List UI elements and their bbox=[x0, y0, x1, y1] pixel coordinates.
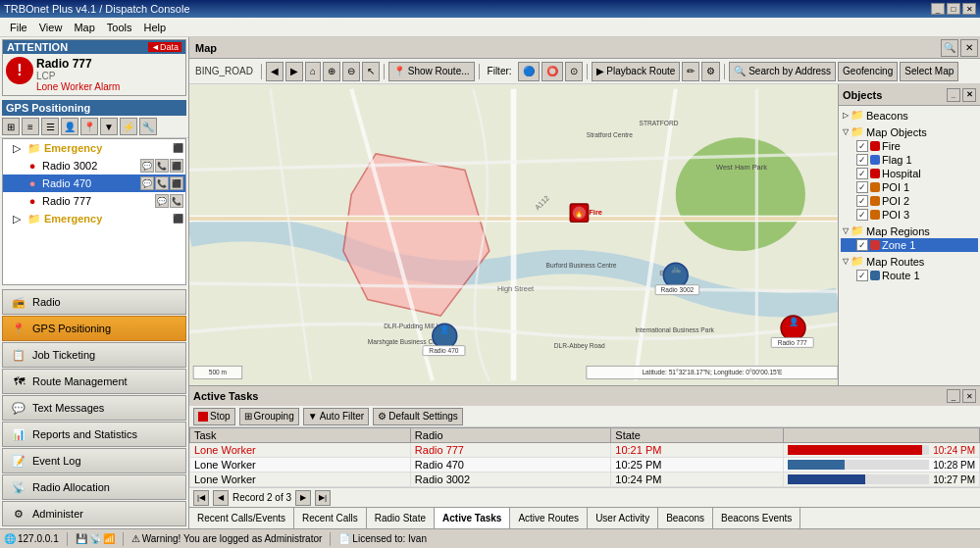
nav-alloc[interactable]: 📡 Radio Allocation bbox=[2, 474, 186, 500]
tasks-default-btn[interactable]: ⚙ Default Settings bbox=[373, 408, 463, 425]
nav-admin[interactable]: ⚙ Administer bbox=[2, 501, 186, 526]
radio-470-action-3[interactable]: ⬛ bbox=[170, 176, 183, 190]
menu-view[interactable]: View bbox=[33, 22, 69, 33]
obj-group-beacons-header[interactable]: ▷ 📁 Beacons bbox=[841, 108, 978, 123]
tab-active-tasks[interactable]: Active Tasks bbox=[435, 508, 510, 528]
obj-item-zone1[interactable]: ✓ Zone 1 bbox=[841, 238, 978, 252]
obj-item-hospital[interactable]: ✓ Hospital bbox=[841, 167, 978, 180]
tree-item-radio777[interactable]: ● Radio 777 💬 📞 bbox=[3, 192, 185, 210]
task-row-0[interactable]: Lone Worker Radio 777 10:21 PM 10:24 PM bbox=[190, 443, 980, 458]
obj-group-map-regions-header[interactable]: ▽ 📁 Map Regions bbox=[841, 224, 978, 238]
gps-tb-btn-filter[interactable]: 🔧 bbox=[139, 118, 157, 135]
radio-777-action-1[interactable]: 💬 bbox=[155, 194, 169, 208]
tab-active-routes[interactable]: Active Routes bbox=[510, 508, 588, 528]
menu-help[interactable]: Help bbox=[137, 22, 172, 33]
tree-item-expand[interactable]: ▷ 📁 Emergency ⬛ bbox=[3, 139, 185, 157]
radio-470-action-2[interactable]: 📞 bbox=[155, 176, 169, 190]
map-tb-filter-1[interactable]: 🔵 bbox=[518, 62, 540, 81]
tab-beacons[interactable]: Beacons bbox=[658, 508, 713, 528]
rec-last-btn[interactable]: ▶| bbox=[315, 490, 331, 506]
tab-beacons-events[interactable]: Beacons Events bbox=[713, 508, 800, 528]
flag1-check[interactable]: ✓ bbox=[856, 154, 868, 166]
obj-item-route1[interactable]: ✓ Route 1 bbox=[841, 269, 978, 282]
rec-prev-btn[interactable]: ◀ bbox=[213, 490, 229, 506]
close-button[interactable]: ✕ bbox=[962, 3, 976, 15]
radio-470-action-1[interactable]: 💬 bbox=[140, 176, 154, 190]
obj-item-flag1[interactable]: ✓ Flag 1 bbox=[841, 153, 978, 167]
map-tb-edit[interactable]: ✏ bbox=[682, 62, 699, 81]
map-tb-zoomfit[interactable]: ⊕ bbox=[323, 62, 340, 81]
map-tb-search[interactable]: 🔍 Search by Address bbox=[729, 62, 836, 81]
gps-tb-btn-2[interactable]: ≡ bbox=[22, 118, 39, 135]
tab-recent-calls[interactable]: Recent Calls bbox=[294, 508, 367, 528]
map-tb-select-map[interactable]: Select Map bbox=[900, 62, 958, 81]
radio-3002-action-3[interactable]: ⬛ bbox=[170, 159, 183, 173]
tasks-grouping-btn[interactable]: ⊞ Grouping bbox=[239, 408, 299, 425]
obj-item-fire[interactable]: ✓ Fire bbox=[841, 139, 978, 153]
menu-file[interactable]: File bbox=[4, 22, 33, 33]
map-tb-filter-3[interactable]: ⊙ bbox=[565, 62, 583, 81]
group-action[interactable]: ⬛ bbox=[173, 143, 183, 153]
obj-item-poi2[interactable]: ✓ POI 2 bbox=[841, 194, 978, 208]
poi3-check[interactable]: ✓ bbox=[856, 209, 868, 221]
rec-next-btn[interactable]: ▶ bbox=[295, 490, 311, 506]
tree-item-emergency2[interactable]: ▷ 📁 Emergency ⬛ bbox=[3, 210, 185, 227]
hospital-check[interactable]: ✓ bbox=[856, 168, 868, 179]
restore-button[interactable]: □ bbox=[947, 3, 960, 15]
nav-radio[interactable]: 📻 Radio bbox=[2, 289, 186, 315]
menu-map[interactable]: Map bbox=[68, 22, 100, 33]
map-tb-zoomout[interactable]: ⊖ bbox=[342, 62, 360, 81]
tasks-stop-btn[interactable]: Stop bbox=[193, 408, 235, 425]
radio-777-action-2[interactable]: 📞 bbox=[170, 194, 183, 208]
data-button[interactable]: ◄Data bbox=[148, 42, 181, 52]
fire-check[interactable]: ✓ bbox=[856, 140, 868, 152]
tasks-autofilter-btn[interactable]: ▼ Auto Filter bbox=[303, 408, 369, 425]
map-tb-cursor[interactable]: ↖ bbox=[362, 62, 380, 81]
radio-3002-action-2[interactable]: 📞 bbox=[155, 159, 169, 173]
poi1-check[interactable]: ✓ bbox=[856, 181, 868, 193]
nav-route[interactable]: 🗺 Route Management bbox=[2, 369, 186, 394]
gps-tb-btn-6[interactable]: ▼ bbox=[100, 118, 118, 135]
tab-radio-state[interactable]: Radio State bbox=[367, 508, 435, 528]
tree-item-radio470[interactable]: ● Radio 470 💬 📞 ⬛ bbox=[3, 174, 185, 192]
map-header-btn-1[interactable]: 🔍 bbox=[941, 39, 958, 57]
nav-job[interactable]: 📋 Job Ticketing bbox=[2, 342, 186, 368]
gps-tb-btn-4[interactable]: 👤 bbox=[61, 118, 78, 135]
gps-tb-btn-7[interactable]: ⚡ bbox=[120, 118, 137, 135]
obj-item-poi3[interactable]: ✓ POI 3 bbox=[841, 208, 978, 222]
obj-item-poi1[interactable]: ✓ POI 1 bbox=[841, 180, 978, 194]
zone1-check[interactable]: ✓ bbox=[856, 239, 868, 251]
map-tb-settings[interactable]: ⚙ bbox=[701, 62, 720, 81]
rec-first-btn[interactable]: |◀ bbox=[193, 490, 209, 506]
nav-gps[interactable]: 📍 GPS Positioning bbox=[2, 316, 186, 341]
task-row-1[interactable]: Lone Worker Radio 470 10:25 PM 10:28 PM bbox=[190, 458, 980, 473]
map-tb-filter-2[interactable]: ⭕ bbox=[542, 62, 563, 81]
map-tb-home[interactable]: ⌂ bbox=[305, 62, 321, 81]
group-action-2[interactable]: ⬛ bbox=[173, 214, 183, 224]
menu-tools[interactable]: Tools bbox=[101, 22, 138, 33]
tasks-minimize-btn[interactable]: _ bbox=[947, 389, 960, 403]
map-content[interactable]: A112 High Street B165 Stratford Centre S… bbox=[189, 84, 838, 385]
minimize-button[interactable]: _ bbox=[931, 3, 945, 15]
gps-tb-btn-3[interactable]: ☰ bbox=[41, 118, 59, 135]
gps-tb-btn-5[interactable]: 📍 bbox=[80, 118, 98, 135]
map-header-btn-2[interactable]: ✕ bbox=[960, 39, 978, 57]
tab-user-activity[interactable]: User Activity bbox=[588, 508, 658, 528]
tab-recent-calls-events[interactable]: Recent Calls/Events bbox=[189, 508, 294, 528]
map-tb-back[interactable]: ◀ bbox=[266, 62, 284, 81]
task-row-2[interactable]: Lone Worker Radio 3002 10:24 PM 10:27 PM bbox=[190, 473, 980, 487]
poi2-check[interactable]: ✓ bbox=[856, 195, 868, 207]
gps-tb-btn-1[interactable]: ⊞ bbox=[2, 118, 20, 135]
tree-item-radio3002[interactable]: ● Radio 3002 💬 📞 ⬛ bbox=[3, 157, 185, 174]
map-tb-geofencing[interactable]: Geofencing bbox=[838, 62, 898, 81]
nav-text[interactable]: 💬 Text Messages bbox=[2, 395, 186, 421]
map-tb-forward[interactable]: ▶ bbox=[285, 62, 303, 81]
objects-close-btn[interactable]: ✕ bbox=[962, 88, 976, 102]
objects-minimize-btn[interactable]: _ bbox=[947, 88, 960, 102]
map-tb-show-route[interactable]: 📍 Show Route... bbox=[388, 62, 475, 81]
obj-group-map-objects-header[interactable]: ▽ 📁 Map Objects bbox=[841, 125, 978, 139]
obj-group-map-routes-header[interactable]: ▽ 📁 Map Routes bbox=[841, 254, 978, 269]
radio-3002-action-1[interactable]: 💬 bbox=[140, 159, 154, 173]
nav-reports[interactable]: 📊 Reports and Statistics bbox=[2, 422, 186, 447]
map-tb-playback[interactable]: ▶ Playback Route bbox=[592, 62, 681, 81]
